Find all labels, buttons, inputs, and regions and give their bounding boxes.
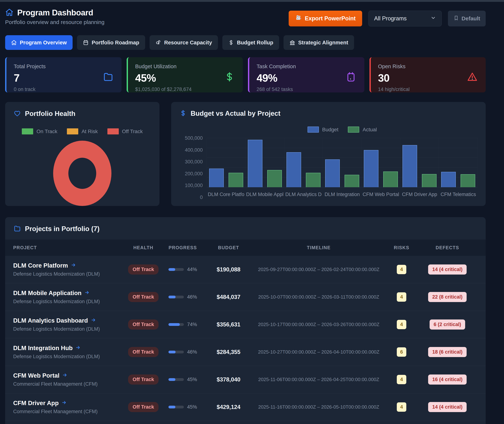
tab-label: Resource Capacity	[164, 40, 212, 46]
legend-label: Actual	[363, 127, 377, 133]
kpi-label: Open Risks	[378, 63, 479, 69]
column-header-timeline: TIMELINE	[252, 245, 386, 250]
progress-bar	[168, 378, 184, 381]
project-name: DLM Integration Hub	[13, 345, 73, 352]
timeline-range: 2025-11-06T00:00:00.000Z – 2026-04-25T00…	[258, 377, 379, 382]
timeline-range: 2025-10-07T00:00:00.000Z – 2026-03-11T00…	[258, 294, 379, 300]
budget-vs-actual-title: Budget vs Actual by Project	[191, 110, 280, 117]
program-select[interactable]: All Programs	[368, 11, 442, 26]
project-name-link[interactable]: DLM Integration Hub	[13, 345, 127, 352]
tab-resource-capacity[interactable]: Resource Capacity	[150, 35, 218, 50]
legend-item-actual[interactable]: Actual	[348, 126, 377, 133]
progress-percent: 45%	[187, 377, 197, 382]
page-title: Program Dashboard	[17, 8, 93, 17]
calendar-dot-icon	[346, 72, 356, 83]
progress-bar	[168, 296, 184, 298]
health-legend: On TrackAt RiskOff Track	[5, 128, 160, 134]
page-subtitle: Portfolio overview and resource planning	[5, 19, 104, 25]
home-icon	[5, 8, 13, 17]
kpi-subtext: 0 on track	[14, 87, 114, 92]
actual-bar	[383, 171, 398, 187]
progress-bar	[168, 351, 184, 353]
x-tick-label: CFM Web Portal	[362, 192, 400, 197]
legend-item-at-risk[interactable]: At Risk	[67, 128, 98, 134]
tab-program-overview[interactable]: Program Overview	[5, 35, 73, 50]
bar-group-dlm-integration	[323, 138, 361, 187]
progress-bar	[168, 406, 184, 408]
timeline-range: 2025-11-16T00:00:00.000Z – 2026-05-10T00…	[258, 404, 379, 410]
kpi-card-budget-utilization: Budget Utilization45%$1,025,030 of $2,27…	[127, 57, 243, 93]
health-badge: Off Track	[128, 292, 158, 302]
arrow-right-icon	[61, 400, 67, 407]
progress-percent: 46%	[187, 294, 197, 300]
default-view-button[interactable]: Default	[448, 11, 486, 26]
progress-percent: 74%	[187, 322, 197, 327]
risks-badge: 6	[397, 347, 406, 357]
project-name-link[interactable]: DLM Analytics Dashboard	[13, 317, 127, 324]
program-select-value: All Programs	[374, 15, 406, 22]
tab-portfolio-roadmap[interactable]: Portfolio Roadmap	[77, 35, 145, 50]
progress-bar	[168, 268, 184, 271]
progress-cell: 46%	[160, 294, 206, 300]
arrow-right-icon	[85, 290, 90, 297]
folder-icon	[13, 225, 21, 233]
legend-swatch	[107, 128, 119, 134]
actual-bar	[267, 170, 282, 187]
budget-bar-chart: 0100,000200,000300,000400,000500,000 DLM…	[179, 138, 478, 197]
x-tick-label: CFM Driver App	[400, 192, 439, 197]
header-left: Program Dashboard Portfolio overview and…	[5, 8, 104, 25]
timeline-range: 2025-09-27T00:00:00.000Z – 2026-02-24T00…	[258, 267, 379, 272]
chevron-down-icon	[430, 15, 436, 22]
folder-icon	[103, 72, 113, 83]
column-header-progress: PROGRESS	[160, 245, 206, 250]
x-tick-label: DLM Mobile Appl	[246, 192, 284, 197]
tab-label: Portfolio Roadmap	[92, 40, 139, 46]
project-program: Defense Logistics Modernization (DLM)	[13, 271, 127, 277]
project-name: DLM Mobile Application	[13, 290, 81, 297]
project-name-link[interactable]: DLM Mobile Application	[13, 290, 127, 297]
bar-group-dlm-core-platfo	[207, 138, 246, 187]
defects-badge: 16 (4 critical)	[428, 374, 467, 385]
legend-label: On Track	[37, 129, 57, 134]
progress-percent: 45%	[187, 404, 197, 410]
tab-strategic-alignment[interactable]: Strategic Alignment	[283, 35, 354, 50]
kpi-value: 45%	[135, 72, 236, 84]
defects-badge: 6 (2 critical)	[430, 319, 465, 330]
y-tick-label: 200,000	[185, 171, 203, 176]
users-icon	[155, 40, 161, 45]
project-program: Defense Logistics Modernization (DLM)	[13, 326, 127, 332]
legend-item-on-track[interactable]: On Track	[22, 128, 57, 134]
legend-label: At Risk	[81, 129, 98, 134]
kpi-value: 49%	[257, 72, 357, 84]
program-dashboard-page: Program Dashboard Portfolio overview and…	[5, 2, 486, 424]
kpi-subtext: 14 high/critical	[378, 87, 479, 92]
kpi-label: Total Projects	[14, 63, 114, 69]
actual-bar	[306, 173, 320, 187]
progress-cell: 74%	[160, 322, 206, 327]
export-powerpoint-button[interactable]: Export PowerPoint	[289, 11, 362, 26]
actual-bar	[422, 174, 436, 187]
alert-triangle-icon	[467, 72, 478, 83]
table-row-cfm-web-portal: CFM Web PortalCommercial Fleet Managemen…	[5, 366, 486, 393]
health-donut-chart	[53, 141, 111, 206]
budget-bar	[209, 168, 224, 187]
legend-item-budget[interactable]: Budget	[307, 126, 338, 133]
kpi-value: 7	[14, 72, 114, 84]
legend-item-off-track[interactable]: Off Track	[107, 128, 143, 134]
progress-cell: 44%	[160, 267, 206, 272]
window-top-strip	[0, 0, 504, 2]
tab-budget-rollup[interactable]: Budget Rollup	[222, 35, 279, 50]
project-name-link[interactable]: CFM Web Portal	[13, 372, 127, 379]
export-powerpoint-label: Export PowerPoint	[305, 15, 356, 22]
bookmark-icon	[453, 15, 459, 22]
project-name-link[interactable]: CFM Driver App	[13, 400, 127, 407]
project-program: Commercial Fleet Management (CFM)	[13, 381, 127, 387]
defects-badge: 14 (4 critical)	[428, 264, 467, 274]
dollar-icon	[224, 72, 235, 83]
project-name-link[interactable]: DLM Core Platform	[13, 262, 127, 269]
progress-cell: 46%	[160, 349, 206, 355]
defects-badge: 18 (6 critical)	[428, 347, 467, 357]
legend-swatch	[22, 128, 33, 134]
projects-table-title: Projects in Portfolio (7)	[25, 225, 99, 233]
health-badge: Off Track	[128, 319, 158, 330]
